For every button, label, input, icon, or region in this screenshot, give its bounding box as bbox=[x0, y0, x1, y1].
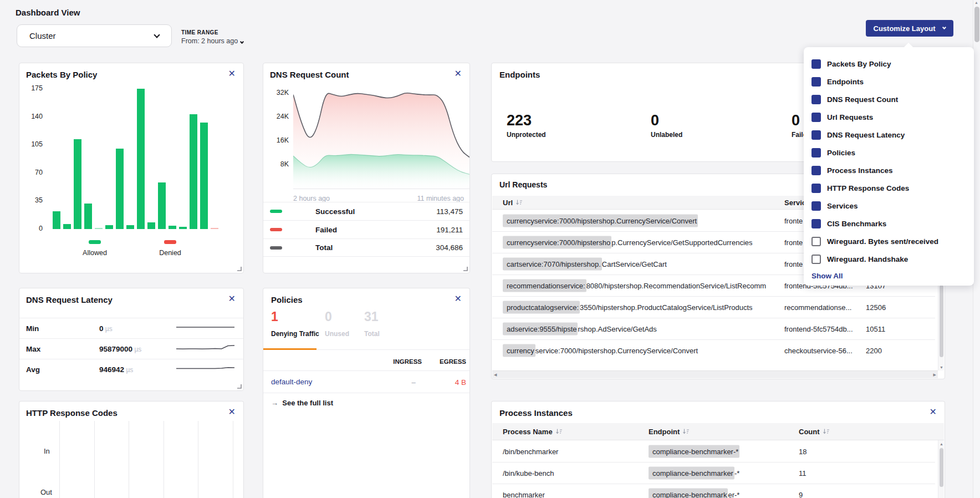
checkbox-checked-icon[interactable] bbox=[811, 77, 821, 87]
checkbox-checked-icon[interactable] bbox=[811, 184, 821, 193]
checkbox-checked-icon[interactable] bbox=[811, 113, 821, 122]
stat-value: 223 bbox=[507, 112, 546, 129]
count-cell: 2200 bbox=[866, 347, 882, 355]
endpoint-stat: 223Unprotected bbox=[507, 112, 546, 139]
menu-item[interactable]: CIS Benchmarks bbox=[811, 215, 974, 232]
time-range-from[interactable]: From: 2 hours ago bbox=[181, 37, 243, 45]
menu-item[interactable]: Services bbox=[811, 197, 974, 215]
dns-legend-value: 113,475 bbox=[436, 207, 463, 216]
chart-gridline bbox=[94, 421, 95, 498]
url-highlight: currencyservice:7000/hipstersho bbox=[503, 236, 611, 249]
policy-stat-label: Unused bbox=[325, 330, 349, 338]
checkbox-checked-icon[interactable] bbox=[811, 59, 821, 69]
view-selector[interactable]: Cluster bbox=[17, 24, 172, 47]
policy-tab[interactable]: 31Total bbox=[364, 309, 380, 338]
column-header-process-name[interactable]: Process Name bbox=[503, 428, 563, 436]
resize-handle-icon[interactable] bbox=[236, 266, 242, 271]
menu-item[interactable]: Wireguard. Bytes sent/received bbox=[811, 232, 974, 250]
menu-item-label: Url Requests bbox=[827, 113, 873, 121]
checkbox-checked-icon[interactable] bbox=[811, 95, 821, 104]
policy-name-link[interactable]: default-deny bbox=[271, 378, 312, 386]
dns-legend-value: 304,686 bbox=[436, 243, 463, 252]
checkbox-unchecked-icon[interactable] bbox=[811, 237, 821, 246]
sort-icon[interactable] bbox=[515, 200, 523, 206]
url-table-hscrollbar[interactable]: ◀ ▶ bbox=[492, 370, 938, 378]
dns-legend-label: Failed bbox=[315, 226, 436, 234]
table-row[interactable]: adservice:9555/hipstershop.AdService/Get… bbox=[492, 318, 935, 339]
checkbox-checked-icon[interactable] bbox=[811, 148, 821, 157]
see-full-list-link[interactable]: → See the full list bbox=[271, 399, 333, 407]
divider bbox=[263, 393, 469, 393]
table-row[interactable]: /bin/benchmarkercompliance-benchmarker-*… bbox=[492, 440, 935, 462]
table-row[interactable]: benchmarkercompliance-benchmarker-*9 bbox=[492, 484, 935, 498]
menu-item[interactable]: Process Instances bbox=[811, 161, 974, 179]
total-swatch-icon bbox=[270, 246, 282, 250]
sort-icon[interactable] bbox=[555, 429, 563, 435]
bar-allowed bbox=[147, 222, 155, 229]
menu-item[interactable]: HTTP Response Codes bbox=[811, 179, 974, 197]
menu-item[interactable]: Url Requests bbox=[811, 108, 974, 126]
page-scrollbar-thumb[interactable] bbox=[974, 7, 979, 42]
policy-tab-active[interactable]: 1Denying Traffic bbox=[271, 309, 319, 338]
scroll-up-icon[interactable]: ▲ bbox=[974, 1, 978, 4]
customize-layout-button[interactable]: Customize Layout bbox=[866, 20, 953, 37]
endpoint-cell: compliance-benchmarker-* bbox=[649, 469, 739, 477]
close-icon[interactable]: ✕ bbox=[930, 406, 937, 417]
close-icon[interactable]: ✕ bbox=[228, 68, 236, 79]
latency-sparkline bbox=[176, 342, 235, 356]
dns-request-latency-card: DNS Request Latency ✕ Min0 µsMax95879000… bbox=[19, 288, 244, 391]
service-cell: fronte bbox=[784, 216, 803, 225]
table-row[interactable]: currencyservice:7000/hipstershop.Currenc… bbox=[492, 339, 935, 361]
legend-item: Allowed bbox=[75, 236, 115, 257]
menu-item[interactable]: Endpoints bbox=[811, 73, 974, 90]
menu-item-label: CIS Benchmarks bbox=[827, 220, 886, 228]
menu-item[interactable]: DNS Request Latency bbox=[811, 126, 974, 144]
endpoint-cell: compliance-benchmarker-* bbox=[649, 447, 739, 455]
scroll-left-icon[interactable]: ◀ bbox=[494, 373, 497, 377]
successful-swatch-icon bbox=[270, 210, 282, 213]
bar-chart-ytick: 175 bbox=[24, 84, 43, 92]
scrollbar-thumb[interactable] bbox=[940, 285, 943, 357]
card-title: Policies bbox=[271, 295, 303, 304]
bar-chart-ytick: 35 bbox=[24, 196, 43, 204]
checkbox-unchecked-icon[interactable] bbox=[811, 255, 821, 264]
table-row[interactable]: /bin/kube-benchcompliance-benchmarker-*1… bbox=[492, 462, 935, 484]
checkbox-checked-icon[interactable] bbox=[811, 166, 821, 175]
stat-label: Unlabeled bbox=[651, 131, 682, 139]
resize-handle-icon[interactable] bbox=[462, 266, 468, 271]
checkbox-checked-icon[interactable] bbox=[811, 219, 821, 228]
sort-icon[interactable] bbox=[823, 429, 830, 435]
menu-item[interactable]: DNS Request Count bbox=[811, 90, 974, 108]
url-cell: productcatalogservice:3550/hipstershop.P… bbox=[503, 303, 753, 312]
url-cell: currencyservice:7000/hipstershop.Currenc… bbox=[503, 238, 753, 247]
show-all-link[interactable]: Show All bbox=[811, 272, 843, 280]
resize-handle-icon[interactable] bbox=[236, 383, 242, 389]
menu-item[interactable]: Policies bbox=[811, 144, 974, 161]
menu-item[interactable]: Wireguard. Handshake bbox=[811, 250, 974, 268]
menu-item-label: DNS Request Latency bbox=[827, 131, 905, 139]
policy-stat-value: 31 bbox=[364, 309, 380, 324]
scroll-up-icon[interactable]: ▲ bbox=[940, 442, 943, 446]
process-table-vscrollbar[interactable]: ▲ bbox=[938, 440, 944, 498]
scroll-right-icon[interactable]: ▶ bbox=[933, 373, 936, 377]
policy-tab[interactable]: 0Unused bbox=[325, 309, 349, 338]
scroll-down-icon[interactable]: ▼ bbox=[940, 365, 943, 369]
card-title: Endpoints bbox=[499, 70, 540, 79]
column-header-endpoint[interactable]: Endpoint bbox=[649, 428, 690, 436]
bar-allowed bbox=[200, 123, 208, 229]
column-header-count[interactable]: Count bbox=[799, 428, 830, 436]
menu-item[interactable]: Packets By Policy bbox=[811, 55, 974, 73]
close-icon[interactable]: ✕ bbox=[455, 293, 462, 304]
bar-allowed bbox=[84, 204, 92, 229]
checkbox-checked-icon[interactable] bbox=[811, 130, 821, 140]
sort-icon[interactable] bbox=[682, 429, 690, 435]
scrollbar-thumb[interactable] bbox=[940, 448, 943, 487]
table-row[interactable]: productcatalogservice:3550/hipstershop.P… bbox=[492, 296, 935, 318]
close-icon[interactable]: ✕ bbox=[228, 406, 236, 417]
close-icon[interactable]: ✕ bbox=[455, 68, 462, 79]
column-header-url[interactable]: Url bbox=[503, 199, 523, 207]
allowed-swatch-icon bbox=[89, 240, 101, 244]
bar-denied bbox=[211, 228, 218, 229]
checkbox-checked-icon[interactable] bbox=[811, 201, 821, 211]
close-icon[interactable]: ✕ bbox=[228, 293, 236, 304]
